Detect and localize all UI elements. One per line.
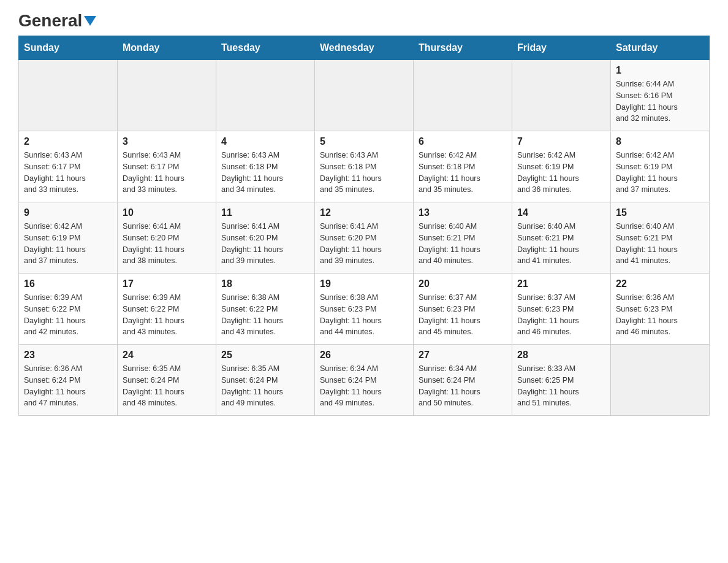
day-info: Sunrise: 6:35 AM Sunset: 6:24 PM Dayligh…: [123, 363, 211, 409]
calendar-header: SundayMondayTuesdayWednesdayThursdayFrid…: [19, 36, 710, 60]
calendar-cell: 19Sunrise: 6:38 AM Sunset: 6:23 PM Dayli…: [315, 274, 414, 345]
calendar-cell: 16Sunrise: 6:39 AM Sunset: 6:22 PM Dayli…: [19, 274, 118, 345]
calendar-week-1: 1Sunrise: 6:44 AM Sunset: 6:16 PM Daylig…: [19, 60, 710, 131]
calendar-cell: 9Sunrise: 6:42 AM Sunset: 6:19 PM Daylig…: [19, 202, 118, 274]
day-info: Sunrise: 6:37 AM Sunset: 6:23 PM Dayligh…: [419, 292, 507, 338]
day-info: Sunrise: 6:40 AM Sunset: 6:21 PM Dayligh…: [419, 221, 507, 267]
weekday-header-friday: Friday: [512, 36, 611, 60]
day-info: Sunrise: 6:41 AM Sunset: 6:20 PM Dayligh…: [320, 221, 408, 267]
day-number: 20: [419, 278, 507, 289]
day-info: Sunrise: 6:36 AM Sunset: 6:24 PM Dayligh…: [24, 363, 112, 409]
calendar-cell: 12Sunrise: 6:41 AM Sunset: 6:20 PM Dayli…: [315, 202, 414, 274]
day-number: 13: [419, 207, 507, 218]
day-info: Sunrise: 6:39 AM Sunset: 6:22 PM Dayligh…: [24, 292, 112, 338]
day-info: Sunrise: 6:36 AM Sunset: 6:23 PM Dayligh…: [616, 292, 704, 338]
calendar-cell: [414, 60, 512, 131]
calendar-cell: 20Sunrise: 6:37 AM Sunset: 6:23 PM Dayli…: [414, 274, 512, 345]
weekday-header-thursday: Thursday: [414, 36, 512, 60]
logo-general-text: General: [18, 12, 96, 29]
day-info: Sunrise: 6:43 AM Sunset: 6:18 PM Dayligh…: [221, 150, 309, 196]
logo: General: [18, 12, 96, 29]
calendar-cell: 22Sunrise: 6:36 AM Sunset: 6:23 PM Dayli…: [611, 274, 710, 345]
weekday-header-monday: Monday: [118, 36, 216, 60]
calendar-cell: 2Sunrise: 6:43 AM Sunset: 6:17 PM Daylig…: [19, 131, 118, 202]
day-number: 26: [320, 350, 408, 361]
day-info: Sunrise: 6:35 AM Sunset: 6:24 PM Dayligh…: [221, 363, 309, 409]
calendar-cell: 14Sunrise: 6:40 AM Sunset: 6:21 PM Dayli…: [512, 202, 611, 274]
weekday-header-tuesday: Tuesday: [216, 36, 315, 60]
day-number: 2: [24, 136, 112, 147]
calendar-cell: 3Sunrise: 6:43 AM Sunset: 6:17 PM Daylig…: [118, 131, 216, 202]
day-info: Sunrise: 6:42 AM Sunset: 6:19 PM Dayligh…: [24, 221, 112, 267]
calendar-week-2: 2Sunrise: 6:43 AM Sunset: 6:17 PM Daylig…: [19, 131, 710, 202]
calendar-cell: 4Sunrise: 6:43 AM Sunset: 6:18 PM Daylig…: [216, 131, 315, 202]
day-number: 24: [123, 350, 211, 361]
day-info: Sunrise: 6:39 AM Sunset: 6:22 PM Dayligh…: [123, 292, 211, 338]
calendar-week-3: 9Sunrise: 6:42 AM Sunset: 6:19 PM Daylig…: [19, 202, 710, 274]
page-header: General: [18, 12, 710, 29]
calendar-cell: [611, 345, 710, 416]
calendar-cell: 17Sunrise: 6:39 AM Sunset: 6:22 PM Dayli…: [118, 274, 216, 345]
day-info: Sunrise: 6:33 AM Sunset: 6:25 PM Dayligh…: [517, 363, 605, 409]
day-info: Sunrise: 6:42 AM Sunset: 6:19 PM Dayligh…: [517, 150, 605, 196]
calendar-cell: 26Sunrise: 6:34 AM Sunset: 6:24 PM Dayli…: [315, 345, 414, 416]
calendar-cell: 10Sunrise: 6:41 AM Sunset: 6:20 PM Dayli…: [118, 202, 216, 274]
calendar-cell: 11Sunrise: 6:41 AM Sunset: 6:20 PM Dayli…: [216, 202, 315, 274]
calendar-week-5: 23Sunrise: 6:36 AM Sunset: 6:24 PM Dayli…: [19, 345, 710, 416]
day-number: 9: [24, 207, 112, 218]
day-number: 4: [221, 136, 309, 147]
day-info: Sunrise: 6:41 AM Sunset: 6:20 PM Dayligh…: [123, 221, 211, 267]
day-info: Sunrise: 6:38 AM Sunset: 6:23 PM Dayligh…: [320, 292, 408, 338]
calendar-week-4: 16Sunrise: 6:39 AM Sunset: 6:22 PM Dayli…: [19, 274, 710, 345]
calendar-cell: [19, 60, 118, 131]
calendar-table: SundayMondayTuesdayWednesdayThursdayFrid…: [18, 36, 710, 416]
day-number: 17: [123, 278, 211, 289]
day-info: Sunrise: 6:34 AM Sunset: 6:24 PM Dayligh…: [419, 363, 507, 409]
day-number: 3: [123, 136, 211, 147]
calendar-cell: 24Sunrise: 6:35 AM Sunset: 6:24 PM Dayli…: [118, 345, 216, 416]
day-info: Sunrise: 6:34 AM Sunset: 6:24 PM Dayligh…: [320, 363, 408, 409]
day-info: Sunrise: 6:44 AM Sunset: 6:16 PM Dayligh…: [616, 79, 704, 124]
calendar-cell: 7Sunrise: 6:42 AM Sunset: 6:19 PM Daylig…: [512, 131, 611, 202]
calendar-cell: [118, 60, 216, 131]
calendar-cell: 21Sunrise: 6:37 AM Sunset: 6:23 PM Dayli…: [512, 274, 611, 345]
day-number: 8: [616, 136, 704, 147]
calendar-cell: 15Sunrise: 6:40 AM Sunset: 6:21 PM Dayli…: [611, 202, 710, 274]
day-number: 19: [320, 278, 408, 289]
weekday-header-sunday: Sunday: [19, 36, 118, 60]
day-info: Sunrise: 6:41 AM Sunset: 6:20 PM Dayligh…: [221, 221, 309, 267]
calendar-cell: [216, 60, 315, 131]
day-number: 12: [320, 207, 408, 218]
calendar-cell: 13Sunrise: 6:40 AM Sunset: 6:21 PM Dayli…: [414, 202, 512, 274]
day-info: Sunrise: 6:37 AM Sunset: 6:23 PM Dayligh…: [517, 292, 605, 338]
day-number: 16: [24, 278, 112, 289]
day-number: 1: [616, 65, 704, 76]
day-number: 28: [517, 350, 605, 361]
day-info: Sunrise: 6:43 AM Sunset: 6:17 PM Dayligh…: [24, 150, 112, 196]
day-number: 27: [419, 350, 507, 361]
day-number: 18: [221, 278, 309, 289]
day-number: 6: [419, 136, 507, 147]
calendar-cell: 23Sunrise: 6:36 AM Sunset: 6:24 PM Dayli…: [19, 345, 118, 416]
day-info: Sunrise: 6:40 AM Sunset: 6:21 PM Dayligh…: [517, 221, 605, 267]
day-number: 10: [123, 207, 211, 218]
day-number: 11: [221, 207, 309, 218]
day-number: 5: [320, 136, 408, 147]
calendar-cell: 27Sunrise: 6:34 AM Sunset: 6:24 PM Dayli…: [414, 345, 512, 416]
day-number: 7: [517, 136, 605, 147]
calendar-cell: [512, 60, 611, 131]
day-info: Sunrise: 6:42 AM Sunset: 6:18 PM Dayligh…: [419, 150, 507, 196]
calendar-cell: 1Sunrise: 6:44 AM Sunset: 6:16 PM Daylig…: [611, 60, 710, 131]
calendar-cell: 28Sunrise: 6:33 AM Sunset: 6:25 PM Dayli…: [512, 345, 611, 416]
day-info: Sunrise: 6:43 AM Sunset: 6:17 PM Dayligh…: [123, 150, 211, 196]
calendar-cell: 6Sunrise: 6:42 AM Sunset: 6:18 PM Daylig…: [414, 131, 512, 202]
day-number: 23: [24, 350, 112, 361]
calendar-cell: [315, 60, 414, 131]
day-info: Sunrise: 6:40 AM Sunset: 6:21 PM Dayligh…: [616, 221, 704, 267]
day-number: 22: [616, 278, 704, 289]
day-number: 25: [221, 350, 309, 361]
calendar-cell: 18Sunrise: 6:38 AM Sunset: 6:22 PM Dayli…: [216, 274, 315, 345]
calendar-cell: 8Sunrise: 6:42 AM Sunset: 6:19 PM Daylig…: [611, 131, 710, 202]
weekday-header-saturday: Saturday: [611, 36, 710, 60]
day-info: Sunrise: 6:42 AM Sunset: 6:19 PM Dayligh…: [616, 150, 704, 196]
